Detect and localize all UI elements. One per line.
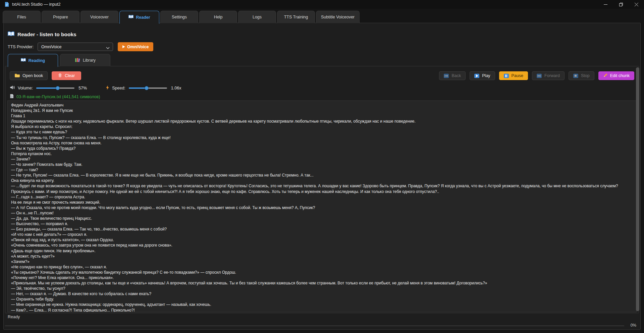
reading-content: Open book Clear Back: [5, 66, 639, 313]
loaded-file-info: 03-Я-вам-не-Пупсик.txt (441,541 символов…: [10, 94, 100, 100]
subtab-reading[interactable]: Reading: [8, 54, 58, 67]
reader-text-area[interactable]: Федин Андрей Анатольевич Попаданец 2в1. …: [7, 101, 637, 312]
open-book-button[interactable]: Open book: [10, 71, 48, 80]
page-heading: Reader - listen to books: [8, 31, 76, 38]
page-title: Reader - listen to books: [17, 31, 76, 38]
progress-bar: [5, 326, 624, 326]
tab-voiceover[interactable]: Voiceover: [80, 11, 118, 23]
clear-button[interactable]: Clear: [52, 71, 81, 80]
vertical-scrollbar[interactable]: [636, 67, 639, 311]
volume-value: 57%: [78, 86, 87, 90]
play-icon: [474, 74, 479, 78]
window-title: txtAI.tech Studio — input2: [12, 2, 61, 7]
subtab-library[interactable]: Library: [60, 54, 110, 66]
main-tabs: Files Prepare Voiceover Reader Settings …: [3, 11, 360, 24]
progress-bar-row: 0%: [5, 323, 639, 329]
library-books-icon: [75, 58, 80, 63]
reader-text: Федин Андрей Анатольевич Попаданец 2в1. …: [11, 103, 629, 312]
lightning-bolt-icon: [106, 85, 109, 91]
file-name: 03-Я-вам-не-Пупсик.txt (441,541 символов…: [16, 94, 100, 99]
speaker-icon: [10, 85, 15, 91]
open-book-icon: [21, 58, 26, 63]
restore-button[interactable]: [613, 0, 629, 9]
play-button[interactable]: Play: [470, 71, 495, 80]
chevron-down-icon: [106, 46, 110, 50]
open-book-icon: [128, 15, 133, 20]
reader-subtabs: Reading Library: [8, 54, 110, 67]
tab-help[interactable]: Help: [199, 11, 237, 23]
tab-settings[interactable]: Settings: [160, 11, 198, 23]
minimize-button[interactable]: [598, 0, 613, 9]
tts-provider-select[interactable]: OmniVoice: [38, 43, 113, 51]
tab-reader[interactable]: Reader: [119, 11, 159, 24]
volume-slider[interactable]: [36, 86, 74, 90]
edit-chunk-button[interactable]: Edit chunk: [598, 71, 634, 80]
tab-subtitle-voiceover[interactable]: Subtitle Voiceover: [316, 11, 360, 23]
tab-logs[interactable]: Logs: [238, 11, 276, 23]
speed-value: 1.06x: [171, 86, 181, 90]
forward-button[interactable]: Forward: [532, 71, 565, 80]
speed-slider-thumb[interactable]: [145, 86, 149, 90]
pause-button[interactable]: Pause: [499, 71, 528, 80]
tab-files[interactable]: Files: [3, 11, 41, 23]
stop-icon: [573, 74, 578, 78]
volume-label: Volume:: [18, 86, 33, 90]
play-arrow-icon: [122, 45, 125, 49]
back-button[interactable]: Back: [439, 71, 466, 80]
pause-icon: [504, 74, 509, 78]
skip-forward-icon: [537, 74, 542, 78]
progress-percent: 0%: [631, 323, 636, 328]
reader-panel: Reader - listen to books TTS Provider: O…: [3, 23, 641, 330]
titlebar: txtAI.tech Studio — input2: [0, 0, 644, 9]
omnivoice-button[interactable]: OmniVoice: [118, 42, 153, 51]
volume-slider-thumb[interactable]: [56, 86, 60, 90]
app-document-icon: [5, 2, 9, 7]
tab-tts-training[interactable]: TTS Training: [277, 11, 315, 23]
status-text: Ready: [8, 315, 20, 319]
stop-button[interactable]: Stop: [569, 71, 594, 80]
trash-icon: [58, 73, 62, 78]
folder-icon: [14, 73, 20, 78]
tab-prepare[interactable]: Prepare: [42, 11, 79, 23]
speed-slider[interactable]: [129, 86, 167, 90]
pencil-icon: [603, 73, 607, 78]
open-book-icon: [8, 31, 14, 38]
page-icon: [10, 94, 14, 100]
skip-back-icon: [444, 74, 449, 78]
speed-label: Speed:: [112, 86, 125, 90]
close-button[interactable]: [629, 0, 644, 9]
tts-provider-label: TTS Provider:: [8, 45, 34, 49]
